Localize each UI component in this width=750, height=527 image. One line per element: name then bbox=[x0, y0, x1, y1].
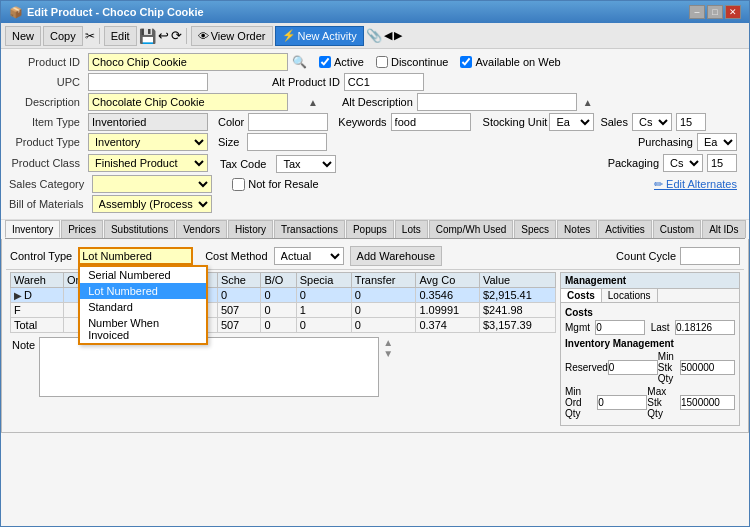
cell-bo-total: 0 bbox=[261, 318, 296, 333]
product-id-label: Product ID bbox=[9, 56, 84, 68]
alt-description-input[interactable] bbox=[417, 93, 577, 111]
refresh-icon[interactable]: ⟳ bbox=[171, 28, 182, 43]
sales-select[interactable]: Cs bbox=[632, 113, 672, 131]
tab-comp-wh-used[interactable]: Comp/Wh Used bbox=[429, 220, 514, 238]
description-input[interactable] bbox=[88, 93, 288, 111]
new-activity-button[interactable]: ⚡ New Activity bbox=[275, 26, 364, 46]
item-type-label: Item Type bbox=[9, 116, 84, 128]
packaging-qty-input[interactable] bbox=[707, 154, 737, 172]
item-type-input bbox=[88, 113, 208, 131]
discontinue-checkbox[interactable] bbox=[376, 56, 388, 68]
min-stk-qty-input[interactable] bbox=[680, 360, 735, 375]
search-icon[interactable]: 🔍 bbox=[292, 55, 307, 69]
tab-history[interactable]: History bbox=[228, 220, 273, 238]
undo-icon[interactable]: ↩ bbox=[158, 28, 169, 43]
minimize-button[interactable]: – bbox=[689, 5, 705, 19]
cell-specia: 1 bbox=[296, 303, 351, 318]
available-web-label: Available on Web bbox=[475, 56, 560, 68]
view-order-button[interactable]: 👁 View Order bbox=[191, 26, 273, 46]
color-input[interactable] bbox=[248, 113, 328, 131]
mgmt-tab-costs[interactable]: Costs bbox=[561, 289, 602, 302]
upc-input[interactable] bbox=[88, 73, 208, 91]
dropdown-item-number-when-invoiced[interactable]: Number When Invoiced bbox=[80, 315, 206, 343]
tab-transactions[interactable]: Transactions bbox=[274, 220, 345, 238]
attach-icon[interactable]: 📎 bbox=[366, 28, 382, 43]
save-icon[interactable]: 💾 bbox=[139, 28, 156, 44]
count-cycle-input[interactable] bbox=[680, 247, 740, 265]
product-type-select[interactable]: Inventory bbox=[88, 133, 208, 151]
product-class-label: Product Class bbox=[9, 157, 84, 169]
alt-product-id-input[interactable] bbox=[344, 73, 424, 91]
cell-avgco: 0.3546 bbox=[416, 288, 480, 303]
tab-inventory[interactable]: Inventory bbox=[5, 220, 60, 238]
dropdown-item-standard[interactable]: Standard bbox=[80, 299, 206, 315]
bill-of-materials-select[interactable]: Assembly (Process) bbox=[92, 195, 212, 213]
reserved-input[interactable] bbox=[608, 360, 658, 375]
tab-alt-ids[interactable]: Alt IDs bbox=[702, 220, 745, 238]
add-warehouse-button[interactable]: Add Warehouse bbox=[350, 246, 442, 266]
min-ord-qty-label: Min Ord Qty bbox=[565, 386, 597, 419]
cut-icon: ✂ bbox=[85, 29, 95, 43]
size-input[interactable] bbox=[247, 133, 327, 151]
close-button[interactable]: ✕ bbox=[725, 5, 741, 19]
cost-method-select[interactable]: Actual bbox=[274, 247, 344, 265]
tab-vendors[interactable]: Vendors bbox=[176, 220, 227, 238]
tax-code-select[interactable]: Tax bbox=[276, 155, 336, 173]
available-web-checkbox[interactable] bbox=[460, 56, 472, 68]
management-panel: Management Costs Locations Costs Mgmt La… bbox=[560, 272, 740, 426]
view-order-icon: 👁 bbox=[198, 30, 209, 42]
product-class-select[interactable]: Finished Product bbox=[88, 154, 208, 172]
col-value: Value bbox=[479, 273, 555, 288]
edit-button[interactable]: Edit bbox=[104, 26, 137, 46]
product-id-input[interactable] bbox=[88, 53, 288, 71]
tab-notes[interactable]: Notes bbox=[557, 220, 597, 238]
cell-transfer: 0 bbox=[351, 288, 416, 303]
window-icon: 📦 bbox=[9, 6, 23, 19]
dropdown-item-serial[interactable]: Serial Numbered bbox=[80, 267, 206, 283]
packaging-select[interactable]: Cs bbox=[663, 154, 703, 172]
tab-specs[interactable]: Specs bbox=[514, 220, 556, 238]
nav-right-icon[interactable]: ▶ bbox=[394, 29, 402, 42]
tab-substitutions[interactable]: Substitutions bbox=[104, 220, 175, 238]
col-bo: B/O bbox=[261, 273, 296, 288]
col-wareh: Wareh bbox=[11, 273, 64, 288]
mgmt-tab-locations[interactable]: Locations bbox=[602, 289, 658, 302]
sales-qty-input[interactable] bbox=[676, 113, 706, 131]
keywords-input[interactable] bbox=[391, 113, 471, 131]
note-textarea[interactable] bbox=[39, 337, 379, 397]
active-checkbox[interactable] bbox=[319, 56, 331, 68]
max-stk-qty-input[interactable] bbox=[680, 395, 735, 410]
stocking-unit-select[interactable]: Ea bbox=[549, 113, 594, 131]
not-for-resale-checkbox[interactable] bbox=[232, 178, 245, 191]
edit-alternates-button[interactable]: ✏ Edit Alternates bbox=[654, 178, 737, 190]
note-scrollbar: ▲▼ bbox=[383, 337, 393, 359]
mgmt-label: Mgmt bbox=[565, 322, 590, 333]
control-type-select[interactable]: Lot Numbered bbox=[78, 247, 193, 265]
mgmt-value-input[interactable] bbox=[595, 320, 645, 335]
management-body: Costs Mgmt Last Inventory Management Res… bbox=[561, 303, 739, 425]
sales-category-select[interactable] bbox=[92, 175, 212, 193]
active-label: Active bbox=[334, 56, 364, 68]
purchasing-select[interactable]: Ea bbox=[697, 133, 737, 151]
dropdown-item-lot[interactable]: Lot Numbered bbox=[80, 283, 206, 299]
note-row: Note ▲▼ bbox=[10, 337, 556, 397]
tab-lots[interactable]: Lots bbox=[395, 220, 428, 238]
sales-category-label: Sales Category bbox=[9, 178, 88, 190]
purchasing-label: Purchasing bbox=[638, 136, 693, 148]
max-stk-qty-label: Max Stk Qty bbox=[647, 386, 680, 419]
available-web-checkbox-group: Available on Web bbox=[460, 56, 560, 68]
nav-left-icon[interactable]: ◀ bbox=[384, 29, 392, 42]
new-button[interactable]: New bbox=[5, 26, 41, 46]
col-transfer: Transfer bbox=[351, 273, 416, 288]
control-type-dropdown-wrapper: Lot Numbered Serial Numbered Lot Numbere… bbox=[78, 247, 193, 265]
tab-activities[interactable]: Activities bbox=[598, 220, 651, 238]
maximize-button[interactable]: □ bbox=[707, 5, 723, 19]
tab-custom[interactable]: Custom bbox=[653, 220, 701, 238]
control-type-dropdown-menu: Serial Numbered Lot Numbered Standard Nu… bbox=[78, 265, 208, 345]
last-value-input[interactable] bbox=[675, 320, 735, 335]
copy-button[interactable]: Copy bbox=[43, 26, 83, 46]
tab-prices[interactable]: Prices bbox=[61, 220, 103, 238]
min-ord-qty-input[interactable] bbox=[597, 395, 647, 410]
tab-popups[interactable]: Popups bbox=[346, 220, 394, 238]
main-window: 📦 Edit Product - Choco Chip Cookie – □ ✕… bbox=[0, 0, 750, 527]
